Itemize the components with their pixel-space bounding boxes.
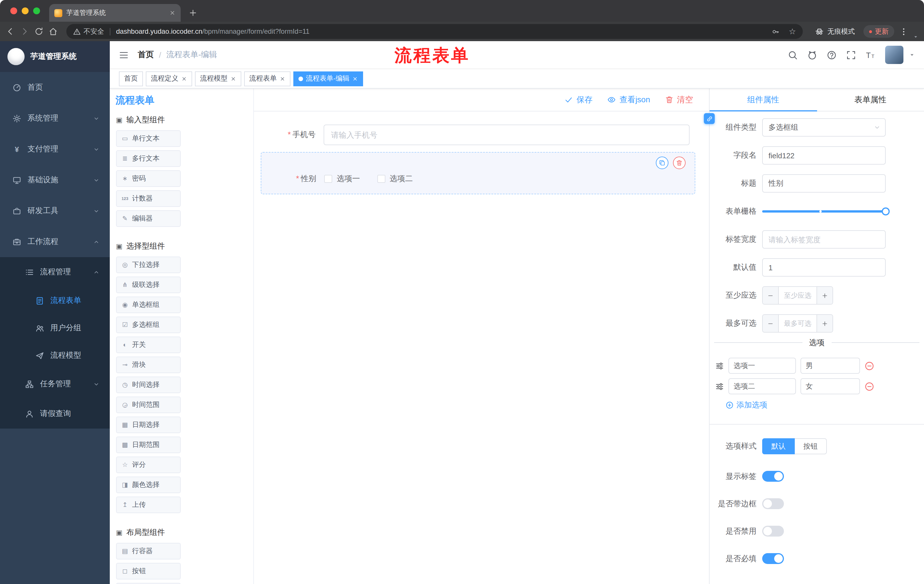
home-button[interactable] [49,27,58,36]
palette-item[interactable]: ⋔级联选择 [116,276,181,293]
palette-item[interactable]: ✎编辑器 [116,210,181,227]
sliders-icon[interactable] [715,382,724,391]
field-name-input[interactable] [762,146,886,165]
palette-item[interactable]: ▦日期选择 [116,416,181,433]
reload-button[interactable] [34,27,43,36]
clear-button[interactable]: 清空 [665,95,693,105]
window-zoom-button[interactable] [33,7,40,14]
sidebar-item-process-model[interactable]: 流程模型 [0,342,110,369]
sidebar-item-home[interactable]: 首页 [0,72,110,103]
link-fab-button[interactable] [704,113,715,124]
tag-home[interactable]: 首页 [119,71,143,86]
close-icon[interactable] [280,76,285,81]
palette-item[interactable]: ⊸滑块 [116,357,181,373]
palette-item[interactable]: 123计数器 [116,190,181,207]
phone-field[interactable]: *手机号 [261,125,690,145]
stepper-decrease-button[interactable] [763,287,779,304]
sliders-icon[interactable] [715,362,724,370]
stepper-increase-button[interactable] [817,287,833,304]
github-icon[interactable] [807,50,817,60]
avatar-caret-icon[interactable] [909,52,915,58]
new-tab-button[interactable] [189,8,197,17]
toggle-switch[interactable] [762,471,784,482]
window-close-button[interactable] [10,7,17,14]
tab-close-icon[interactable] [169,10,175,16]
browser-tab[interactable]: 芋道管理系统 [49,4,181,22]
close-icon[interactable] [352,76,358,81]
gender-option-checkbox[interactable]: 选项二 [377,174,413,184]
password-manager-icon[interactable] [772,28,780,35]
sidebar-item-dev-tools[interactable]: 研发工具 [0,196,110,226]
save-button[interactable]: 保存 [564,95,592,105]
close-icon[interactable] [231,76,236,81]
tab-component-props[interactable]: 组件属性 [710,89,817,111]
tab-form-props[interactable]: 表单属性 [817,89,924,111]
security-warning-icon[interactable] [73,28,81,35]
copy-component-button[interactable] [656,156,668,169]
max-select-input[interactable] [779,315,817,332]
gender-option-checkbox[interactable]: 选项一 [324,174,360,184]
palette-item[interactable]: ◷时间选择 [116,377,181,393]
palette-item[interactable]: ◎下拉选择 [116,257,181,273]
default-value-input[interactable] [762,258,886,276]
sidebar-item-workflow[interactable]: 工作流程 [0,226,110,257]
sidebar-item-infrastructure[interactable]: 基础设施 [0,165,110,196]
toggle-switch[interactable] [762,498,784,509]
add-option-button[interactable]: 添加选项 [726,400,924,410]
delete-component-button[interactable] [673,156,686,169]
sidebar-item-leave-query[interactable]: 请假查询 [0,399,110,429]
palette-item[interactable]: ↥上传 [116,497,181,513]
toggle-switch[interactable] [762,526,784,536]
fullscreen-icon[interactable] [846,50,856,60]
help-icon[interactable] [827,50,837,60]
back-button[interactable] [6,27,15,36]
user-avatar[interactable] [885,46,903,64]
sidebar-logo[interactable]: 芋道管理系统 [0,41,110,72]
palette-item[interactable]: ▤行容器 [116,543,181,559]
close-icon[interactable] [181,76,187,81]
palette-item[interactable]: ◐开关 [116,337,181,353]
option-value-input[interactable] [800,358,860,374]
slider-handle[interactable] [882,207,890,216]
palette-item[interactable]: ◶时间范围 [116,396,181,413]
minus-circle-icon[interactable] [865,382,874,391]
sidebar-item-task-mgmt[interactable]: 任务管理 [0,369,110,399]
tag-process-form[interactable]: 流程表单 [244,71,290,86]
browser-menu-icon[interactable] [899,27,908,36]
style-toggle-button[interactable]: 按钮 [795,438,827,454]
min-select-input[interactable] [779,287,817,304]
style-toggle-button[interactable]: 默认 [762,438,795,454]
component-type-select[interactable]: 多选框组 [762,118,886,137]
sidebar-item-payment-mgmt[interactable]: ¥支付管理 [0,134,110,165]
title-input[interactable] [762,174,886,192]
minus-circle-icon[interactable] [865,361,874,370]
forward-button[interactable] [20,27,29,36]
palette-item[interactable]: ⊞表格[开发中] [116,583,181,584]
phone-input[interactable] [323,125,690,145]
sidebar-toggle-icon[interactable] [119,50,129,60]
sidebar-item-process-mgmt[interactable]: 流程管理 [0,257,110,287]
stepper-decrease-button[interactable] [763,315,779,332]
palette-item[interactable]: ◻按钮 [116,563,181,579]
address-bar[interactable]: 不安全 dashboard.yudao.iocoder.cn /bpm/mana… [66,24,803,39]
palette-item[interactable]: ∗密码 [116,170,181,187]
search-icon[interactable] [788,50,798,60]
toggle-switch[interactable] [762,553,784,564]
label-width-input[interactable] [762,230,886,248]
palette-item[interactable]: ☑多选框组 [116,317,181,333]
update-button[interactable]: 更新 [863,25,894,38]
grid-slider[interactable] [762,210,886,212]
option-label-input[interactable] [728,358,796,374]
option-value-input[interactable] [800,378,860,394]
sidebar-item-system-mgmt[interactable]: 系统管理 [0,103,110,134]
palette-item[interactable]: ◨颜色选择 [116,477,181,493]
option-label-input[interactable] [728,378,796,394]
sidebar-item-user-group[interactable]: 用户分组 [0,314,110,342]
gender-field-selected[interactable]: *性别 选项一选项二 [261,152,695,194]
window-minimize-button[interactable] [22,7,29,14]
palette-item[interactable]: ▩日期范围 [116,437,181,453]
breadcrumb-home[interactable]: 首页 [138,50,154,60]
palette-item[interactable]: ≣多行文本 [116,150,181,167]
bookmark-star-icon[interactable]: ☆ [789,27,796,36]
sidebar-item-process-form[interactable]: 流程表单 [0,287,110,314]
